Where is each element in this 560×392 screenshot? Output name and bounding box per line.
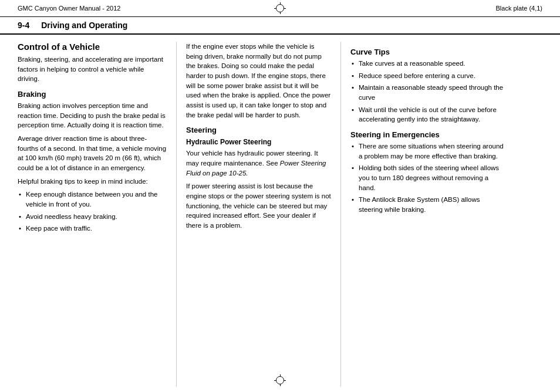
right-column: Curve Tips Take curves at a reasonable s… [340,42,505,387]
emergencies-tips-list: There are some situations when steering … [350,141,505,215]
curve-tips-list: Take curves at a reasonable speed. Reduc… [350,59,505,124]
list-item: Avoid needless heavy braking. [18,212,167,222]
braking-para3: Helpful braking tips to keep in mind inc… [18,177,167,187]
list-item: Take curves at a reasonable speed. [350,59,505,69]
crosshair-circle [276,4,284,12]
control-heading: Control of a Vehicle [18,42,167,52]
hydraulic-para1: Your vehicle has hydraulic power steerin… [186,148,331,178]
control-body: Braking, steering, and accelerating are … [18,55,167,84]
footer-crosshair-icon [274,374,286,386]
braking-heading: Braking [18,90,167,99]
list-item: Wait until the vehicle is out of the cur… [350,105,505,124]
footer-crosshair [274,374,286,386]
left-column: Control of a Vehicle Braking, steering, … [18,42,176,387]
header-crosshair [274,2,286,14]
list-item: Maintain a reasonable steady speed throu… [350,83,505,102]
steering-heading: Steering [186,126,331,134]
braking-para1: Braking action involves perception time … [18,101,167,130]
page: GMC Canyon Owner Manual - 2012 Black pla… [0,0,560,392]
section-header: 9-4 Driving and Operating [0,17,560,35]
list-item: There are some situations when steering … [350,141,505,161]
main-content: Control of a Vehicle Braking, steering, … [0,42,560,387]
section-number: 9-4 [18,21,29,30]
list-item: Keep enough distance between you and the… [18,190,167,209]
crosshair-icon [274,2,286,14]
hydraulic-para2: If power steering assist is lost because… [186,181,331,230]
curve-heading: Curve Tips [350,48,505,56]
braking-tips-list: Keep enough distance between you and the… [18,190,167,234]
header-right: Black plate (4,1) [496,5,542,12]
list-item: The Antilock Brake System (ABS) allows s… [350,195,505,214]
list-item: Reduce speed before entering a curve. [350,71,505,81]
center-column: If the engine ever stops while the vehic… [176,42,340,387]
emergencies-heading: Steering in Emergencies [350,130,505,139]
section-title: Driving and Operating [41,21,127,30]
list-item: Holding both sides of the steering wheel… [350,163,505,192]
list-item: Keep pace with traffic. [18,224,167,234]
center-para1: If the engine ever stops while the vehic… [186,42,331,120]
footer-crosshair-circle [276,376,284,384]
header-left: GMC Canyon Owner Manual - 2012 [18,5,120,12]
header: GMC Canyon Owner Manual - 2012 Black pla… [0,0,560,17]
hydraulic-heading: Hydraulic Power Steering [186,138,331,146]
braking-para2: Average driver reaction time is about th… [18,134,167,173]
